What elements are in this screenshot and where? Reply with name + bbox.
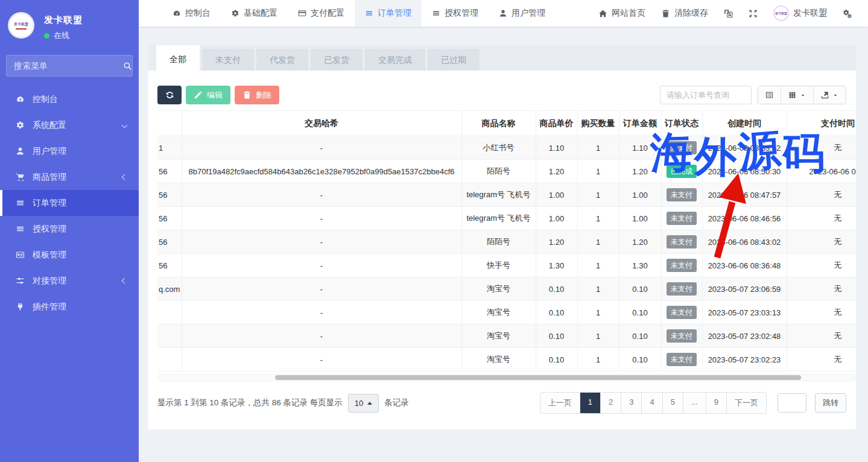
jump-page-input[interactable] (778, 393, 806, 413)
page-item-2[interactable]: 2 (600, 393, 621, 413)
fullscreen-button[interactable] (741, 9, 765, 18)
cell-qty: 1 (577, 183, 619, 207)
sidebar-item-console[interactable]: 控制台 (0, 86, 139, 112)
columns-button[interactable] (781, 86, 813, 104)
refresh-button[interactable] (157, 86, 182, 104)
tab-all[interactable]: 全部 (156, 45, 200, 75)
table-row[interactable]: 56-快手号1.3011.30未支付2023-06-06 08:36:48无 (157, 254, 856, 277)
edit-button[interactable]: 编辑 (186, 86, 230, 104)
caret-down-icon (800, 92, 806, 98)
cell-left: 56 (157, 207, 182, 230)
cell-amount: 1.20 (619, 230, 661, 254)
brand-avatar-text: 发卡联盟 (14, 22, 28, 27)
sidebar-item-label: 系统配置 (33, 120, 66, 131)
topbar-item-auth-mgmt[interactable]: 授权管理 (422, 0, 489, 27)
sidebar-item-user-mgmt[interactable]: 用户管理 (0, 138, 139, 164)
cell-amount: 1.30 (619, 254, 661, 277)
status-badge: 未支付 (667, 329, 697, 343)
translate-button[interactable] (716, 9, 741, 18)
topbar-item-user-mgmt[interactable]: 用户管理 (489, 0, 556, 27)
table-row[interactable]: 1-小红书号1.1011.10未支付2023-06-06 08:53:42无 (157, 136, 856, 160)
topbar-item-basic-config[interactable]: 基础配置 (221, 0, 288, 27)
cell-price: 1.00 (536, 183, 577, 207)
column-header (157, 111, 182, 136)
search-icon[interactable] (123, 62, 132, 71)
cell-product: 淘宝号 (461, 348, 536, 372)
table-row[interactable]: -淘宝号0.1010.10未支付2023-05-07 23:02:48无 (157, 324, 856, 348)
page-item-9[interactable]: 9 (706, 393, 726, 413)
topbar-item-console[interactable]: 控制台 (162, 0, 221, 27)
table-row[interactable]: 56-telegram号 飞机号1.0011.00未支付2023-06-06 0… (157, 207, 856, 230)
table-row[interactable]: -淘宝号0.1010.10未支付2023-05-07 23:03:13无 (157, 301, 856, 324)
cell-paid: 无 (787, 136, 856, 160)
clear-cache-button[interactable]: 清除缓存 (653, 8, 716, 19)
horizontal-scrollbar[interactable] (157, 374, 856, 381)
sidebar-item-order-mgmt[interactable]: 订单管理 (0, 190, 139, 216)
cell-hash: - (182, 348, 461, 372)
status-badge: 未支付 (667, 259, 697, 272)
sidebar-item-dock-mgmt[interactable]: 对接管理 (0, 268, 139, 294)
delete-button[interactable]: 删除 (235, 86, 279, 104)
cell-paid: 无 (787, 277, 856, 301)
tab-expired[interactable]: 已过期 (428, 49, 480, 71)
tab-completed[interactable]: 交易完成 (365, 49, 425, 71)
tab-shipped[interactable]: 已发货 (311, 49, 363, 71)
sidebar-search-input[interactable] (14, 61, 123, 71)
sidebar-item-plugin-mgmt[interactable]: 插件管理 (0, 294, 139, 320)
page-item-prev[interactable]: 上一页 (540, 393, 580, 413)
order-search-input[interactable] (660, 86, 752, 104)
chevron-left-icon (122, 278, 128, 284)
sidebar-item-product-mgmt[interactable]: 商品管理 (0, 164, 139, 190)
settings-button[interactable] (835, 9, 860, 18)
page-item-4[interactable]: 4 (641, 393, 662, 413)
cell-status: 未支付 (661, 301, 702, 324)
tab-unpaid[interactable]: 未支付 (202, 49, 254, 71)
site-home-button[interactable]: 网站首页 (591, 8, 653, 19)
cell-hash: - (182, 254, 461, 277)
per-page-dropdown[interactable]: 10 (348, 394, 379, 413)
cell-amount: 0.10 (619, 324, 661, 348)
cell-status: 未支付 (661, 183, 702, 207)
table-row[interactable]: 56-陌陌号1.2011.20未支付2023-06-06 08:43:02无 (157, 230, 856, 254)
cell-hash: - (182, 136, 461, 160)
online-status-label: 在线 (54, 30, 69, 41)
sidebar-item-template-mgmt[interactable]: 模板管理 (0, 242, 139, 268)
cell-product: 陌陌号 (461, 230, 536, 254)
export-button[interactable] (813, 86, 846, 104)
cell-created: 2023-06-06 08:43:02 (702, 230, 787, 254)
table-row[interactable]: q.com-淘宝号0.1010.10未支付2023-05-07 23:06:59… (157, 277, 856, 301)
cell-hash: - (182, 324, 461, 348)
sidebar-item-system-config[interactable]: 系统配置 (0, 112, 139, 138)
page-item-3[interactable]: 3 (621, 393, 641, 413)
refresh-icon (165, 90, 174, 100)
trash-icon (661, 9, 670, 18)
topbar-item-label: 授权管理 (445, 8, 478, 19)
cell-price: 1.20 (536, 230, 577, 254)
columns-icon (788, 91, 796, 99)
horizontal-scrollbar-thumb[interactable] (275, 375, 801, 380)
page-item-5[interactable]: 5 (662, 393, 683, 413)
table-row[interactable]: -淘宝号0.1010.10未支付2023-05-07 23:02:23无 (157, 348, 856, 372)
cell-created: 2023-05-07 23:06:59 (702, 277, 787, 301)
table-row[interactable]: 56-telegram号 飞机号1.0011.00未支付2023-06-06 0… (157, 183, 856, 207)
detail-view-button[interactable] (758, 86, 781, 104)
user-menu[interactable]: 发卡联盟 发卡联盟 (765, 5, 835, 21)
trash-icon (242, 90, 252, 100)
topbar-item-order-mgmt[interactable]: 订单管理 (355, 0, 422, 27)
hamburger-menu-icon[interactable] (139, 0, 162, 27)
brand-title: 发卡联盟 (44, 14, 83, 26)
tab-to-ship[interactable]: 代发货 (256, 49, 308, 71)
topbar-nav: 控制台基础配置支付配置订单管理授权管理用户管理 (162, 0, 556, 27)
topbar-item-payment-config[interactable]: 支付配置 (288, 0, 355, 27)
detail-view-icon (765, 91, 773, 99)
cell-amount: 0.10 (619, 301, 661, 324)
table-row[interactable]: 568b70f19a482fc9aecfd584b643ab26c1e328e7… (157, 160, 856, 183)
cart-icon (15, 172, 25, 182)
jump-button[interactable]: 跳转 (815, 393, 846, 413)
cell-price: 1.00 (536, 207, 577, 230)
brand-avatar[interactable]: 发卡联盟 (8, 12, 34, 39)
page-item-1[interactable]: 1 (580, 393, 600, 413)
page-item-next[interactable]: 下一页 (726, 393, 766, 413)
page-item-ellipsis[interactable]: ... (683, 393, 706, 413)
sidebar-item-auth-mgmt[interactable]: 授权管理 (0, 216, 139, 242)
